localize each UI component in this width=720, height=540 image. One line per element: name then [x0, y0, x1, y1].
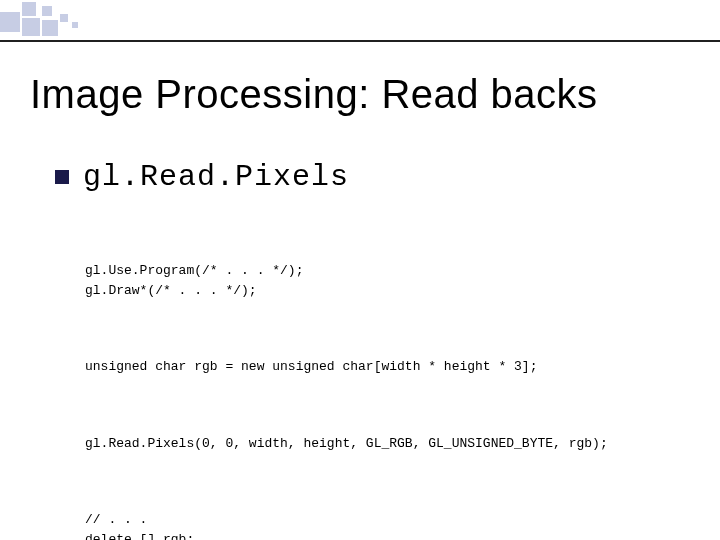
- slide: Image Processing: Read backs gl.Read.Pix…: [0, 0, 720, 540]
- deco-square: [42, 20, 58, 36]
- deco-square: [60, 14, 68, 22]
- deco-square: [22, 18, 40, 36]
- bullet-item: gl.Read.Pixels: [55, 160, 690, 194]
- horizontal-rule: [0, 40, 720, 42]
- deco-square: [42, 6, 52, 16]
- deco-square: [72, 22, 78, 28]
- bullet-label: gl.Read.Pixels: [83, 160, 349, 194]
- code-line: gl.Use.Program(/* . . . */); gl.Draw*(/*…: [85, 261, 690, 300]
- code-block: gl.Use.Program(/* . . . */); gl.Draw*(/*…: [85, 222, 690, 540]
- code-line: gl.Read.Pixels(0, 0, width, height, GL_R…: [85, 434, 690, 454]
- corner-decoration: [0, 0, 220, 40]
- slide-title: Image Processing: Read backs: [30, 72, 598, 117]
- bullet-square-icon: [55, 170, 69, 184]
- slide-body: gl.Read.Pixels gl.Use.Program(/* . . . *…: [55, 160, 690, 540]
- deco-square: [22, 2, 36, 16]
- code-line: unsigned char rgb = new unsigned char[wi…: [85, 357, 690, 377]
- deco-square: [0, 12, 20, 32]
- code-line: // . . . delete [] rgb;: [85, 510, 690, 540]
